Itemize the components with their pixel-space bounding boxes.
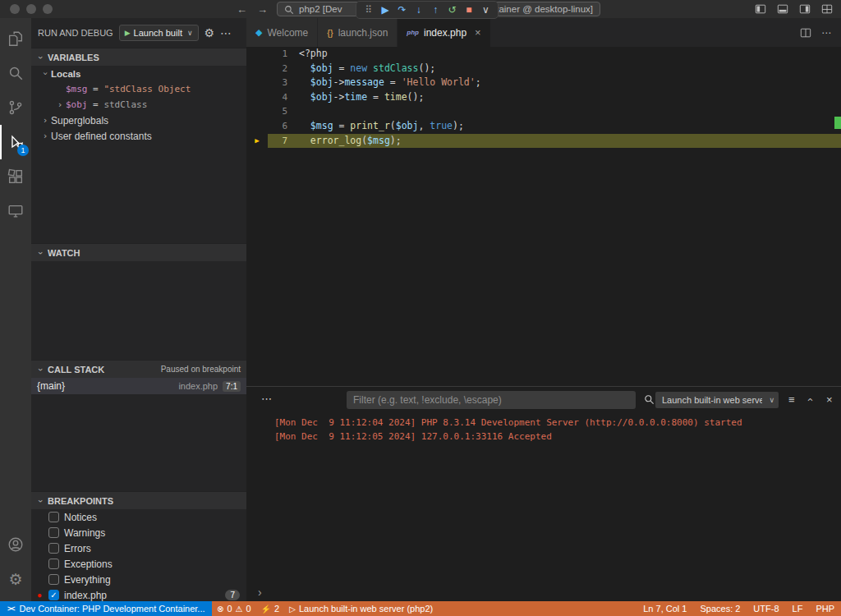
line-number[interactable]: 2 (268, 62, 287, 76)
breakpoint-row[interactable]: Everything (31, 572, 246, 587)
variables-row[interactable]: ›Locals (31, 66, 246, 81)
code-line-2[interactable]: 2 $obj = new stdClass(); (246, 62, 841, 76)
breakpoint-checkbox[interactable]: ✓ (48, 590, 59, 600)
activity-accounts[interactable] (0, 527, 31, 562)
toggle-sidebar-icon[interactable] (755, 3, 766, 15)
variables-row[interactable]: $msg = "stdClass Object (31, 81, 246, 97)
twisty-icon[interactable]: › (40, 68, 51, 80)
line-number[interactable]: 3 (268, 76, 287, 90)
code-editor[interactable]: 1<?php2 $obj = new stdClass();3 $obj->me… (246, 47, 841, 386)
code-line-5[interactable]: 5 (246, 104, 841, 119)
tab-launch.json[interactable]: {}launch.json (318, 18, 398, 47)
code-line-1[interactable]: 1<?php (246, 47, 841, 62)
breakpoint-checkbox[interactable] (48, 512, 59, 522)
debug-step-into-button[interactable]: ↓ (411, 2, 426, 18)
activity-source-control[interactable] (0, 90, 31, 125)
debug-continue-button[interactable]: ▶ (377, 2, 393, 18)
split-editor-icon[interactable] (800, 27, 811, 39)
window-close-button[interactable] (10, 4, 20, 14)
tab-Welcome[interactable]: ◆Welcome (246, 18, 318, 47)
glyph-margin[interactable] (246, 119, 268, 134)
variables-row[interactable]: ›User defined constants (31, 128, 246, 144)
code-line-6[interactable]: 6 $msg = print_r($obj, true); (246, 119, 841, 134)
breakpoint-checkbox[interactable] (48, 527, 59, 538)
activity-search[interactable] (0, 56, 31, 90)
console-search-icon[interactable] (644, 394, 655, 405)
code-line-3[interactable]: 3 $obj->message = 'Hello World'; (246, 76, 841, 90)
twisty-icon[interactable]: › (39, 131, 51, 141)
tab-index.php[interactable]: phpindex.php× (398, 18, 490, 47)
nav-back-icon[interactable]: ← (237, 3, 247, 16)
breakpoint-checkbox[interactable] (48, 543, 59, 554)
twisty-icon[interactable]: › (39, 115, 51, 126)
breakpoint-row[interactable]: Errors (31, 540, 246, 556)
maximize-panel-icon[interactable]: › (807, 393, 811, 406)
debug-session-select[interactable]: Launch built-in web server ∨ (655, 392, 779, 408)
glyph-margin[interactable] (246, 104, 268, 119)
variables-row[interactable]: ›$obj = stdClass (31, 97, 246, 113)
twisty-icon[interactable]: › (54, 99, 66, 110)
repl-prompt-icon[interactable]: › (258, 586, 262, 599)
call-stack-section-header[interactable]: › CALL STACK Paused on breakpoint (31, 360, 246, 378)
toggle-panel-icon[interactable] (777, 3, 788, 15)
debug-restart-button[interactable]: ↺ (444, 2, 460, 18)
window-zoom-button[interactable] (43, 4, 53, 14)
customize-layout-icon[interactable] (821, 3, 833, 15)
line-number[interactable]: 6 (268, 119, 287, 134)
ports-indicator[interactable]: ⚡ 2 (256, 601, 285, 616)
debug-step-out-button[interactable]: ↑ (428, 2, 443, 18)
watch-section-header[interactable]: › WATCH (31, 243, 246, 261)
call-stack-frame[interactable]: {main}index.php7:1 (31, 378, 246, 394)
activity-settings[interactable]: ⚙ (0, 562, 31, 596)
glyph-margin[interactable] (246, 76, 268, 90)
debug-stop-button[interactable]: ■ (461, 2, 476, 18)
debug-session-indicator[interactable]: ▷ Launch built-in web server (php2) (284, 601, 438, 616)
close-panel-icon[interactable]: × (826, 393, 833, 406)
indentation-indicator[interactable]: Spaces: 2 (693, 601, 747, 616)
encoding-indicator[interactable]: UTF-8 (747, 601, 785, 616)
console-view-options-icon[interactable]: ≡ (788, 393, 795, 406)
activity-remote-explorer[interactable] (0, 194, 31, 228)
line-number[interactable]: 4 (268, 90, 287, 105)
code-line-4[interactable]: 4 $obj->time = time(); (246, 90, 841, 105)
activity-extensions[interactable] (0, 159, 31, 194)
debug-drag-handle-button[interactable]: ⠿ (361, 2, 376, 18)
debug-settings-gear-icon[interactable]: ⚙ (205, 26, 215, 39)
console-filter-input[interactable] (347, 391, 636, 409)
nav-forward-icon[interactable]: → (257, 3, 268, 16)
debug-more-sessions-button[interactable]: ∨ (478, 2, 494, 18)
language-mode-indicator[interactable]: PHP (809, 601, 841, 616)
command-center[interactable]: php2 [Dev ⠿▶↷↓↑↺■∨ tainer @ desktop-linu… (277, 2, 600, 16)
glyph-margin[interactable] (246, 62, 268, 76)
remote-indicator[interactable]: >< Dev Container: PHP Development Contai… (0, 601, 212, 616)
panel-more-actions-icon[interactable]: ⋯ (261, 393, 272, 405)
breakpoint-row[interactable]: Warnings (31, 525, 246, 540)
eol-indicator[interactable]: LF (786, 601, 810, 616)
cursor-position-indicator[interactable]: Ln 7, Col 1 (636, 601, 693, 616)
debug-step-over-button[interactable]: ↷ (394, 2, 410, 18)
variables-section-header[interactable]: › VARIABLES (31, 48, 246, 66)
start-debugging-button[interactable]: ▶ Launch built ∨ (119, 25, 199, 41)
editor-more-actions-icon[interactable]: ⋯ (821, 27, 831, 39)
breakpoints-section-header[interactable]: › BREAKPOINTS (31, 491, 246, 509)
activity-explorer[interactable] (0, 21, 31, 56)
activity-run-and-debug[interactable]: 1 (0, 125, 31, 159)
line-number[interactable]: 1 (268, 47, 287, 62)
breakpoint-checkbox[interactable] (48, 574, 59, 585)
variables-row[interactable]: ›Superglobals (31, 113, 246, 128)
sidebar-more-actions-icon[interactable]: ⋯ (220, 26, 232, 39)
breakpoint-row[interactable]: Notices (31, 509, 246, 525)
close-tab-icon[interactable]: × (475, 26, 481, 39)
window-minimize-button[interactable] (26, 4, 36, 14)
line-number[interactable]: 5 (268, 104, 287, 119)
breakpoint-row[interactable]: ●✓index.php7 (31, 587, 246, 601)
problems-indicator[interactable]: ⊗ 0 ⚠ 0 (212, 601, 256, 616)
glyph-margin[interactable] (246, 90, 268, 105)
breakpoint-checkbox[interactable] (48, 559, 59, 569)
line-number[interactable]: 7 (268, 134, 287, 149)
toggle-secondary-sidebar-icon[interactable] (799, 3, 811, 15)
debug-current-line-arrow-icon[interactable]: ▶ (246, 134, 268, 149)
glyph-margin[interactable] (246, 47, 268, 62)
breakpoint-row[interactable]: Exceptions (31, 556, 246, 572)
code-line-7[interactable]: ▶7 error_log($msg); (246, 134, 841, 149)
